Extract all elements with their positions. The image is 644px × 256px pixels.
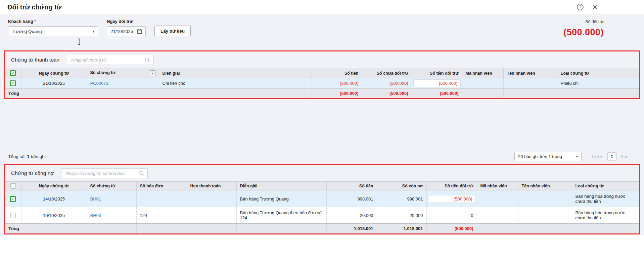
col-header-doc-no: Số chứng từ [87,182,136,191]
payment-search-input[interactable] [67,55,153,65]
cell-doc-date: 14/10/2025 [21,191,87,207]
col-header-employee-name: Tên nhân viên [503,68,557,78]
page-size-value: 20 bản ghi trên 1 trang [518,154,562,159]
col-header-doc-type: Loại chứng từ [572,182,639,191]
debt-search [61,168,148,178]
next-page-button[interactable]: Sau [620,154,629,159]
cell-employee-code [462,78,503,88]
col-header-employee-code: Mã nhân viên [477,182,518,191]
debt-section-head: Chứng từ công nợ [5,165,639,181]
debt-total-row: Tổng 1.018.001 1.018.001 (500.000) [5,224,639,234]
page-number-input[interactable] [607,152,616,161]
customer-field: Khách hàng * Trương Quang ▾ [8,19,98,36]
dialog-body: Khách hàng * Trương Quang ▾ Ngày đối trừ… [0,14,644,235]
filter-icon[interactable]: ▾ [150,70,155,76]
total-unallocated: (500.000) [362,88,412,99]
row-checkbox[interactable]: ✓ [10,196,16,202]
payment-section-head: Chứng từ thanh toán [5,51,639,68]
date-value-input[interactable] [110,29,135,34]
customer-select[interactable]: Trương Quang ▾ [8,26,98,36]
cell-description: Bán hàng Trương Quang [236,191,326,207]
chevron-down-icon: ▾ [93,30,94,33]
cell-description: Chi tiền cho [159,78,312,88]
text-cursor-icon [77,38,81,45]
offset-number-value: (500.000) [563,27,604,38]
offset-date-label: Ngày đối trừ [107,19,146,24]
doc-no-link[interactable]: BH03 [90,213,101,218]
cell-amount: (500.000) [312,78,362,88]
offset-summary: Số đối trừ (500.000) [563,20,604,38]
col-header-description: Diễn giải [159,68,312,78]
payment-documents-table: ✓ Ngày chứng từ ▾Số chứng từ Diễn giải S… [5,68,639,98]
payment-search [67,55,153,65]
cell-amount: 20.000 [326,207,377,224]
cell-doc-type: Bán hàng hóa trong nước chưa thu tiền [572,191,639,207]
record-count: Tổng số: 1 bản ghi [8,154,46,159]
required-mark: * [34,19,36,24]
select-all-checkbox[interactable]: ✓ [10,70,16,76]
get-data-button[interactable]: Lấy dữ liệu [154,26,191,36]
col-header-doc-no: ▾Số chứng từ [87,68,159,78]
debt-search-input[interactable] [61,168,148,178]
close-icon[interactable]: ✕ [592,4,598,10]
col-header-offset-amount: Số tiền đối trừ [426,182,477,191]
cell-offset-amount[interactable]: 0 [426,207,477,224]
payment-header-row: ✓ Ngày chứng từ ▾Số chứng từ Diễn giải S… [5,68,639,78]
filter-form: Khách hàng * Trương Quang ▾ Ngày đối trừ… [0,19,644,46]
cell-doc-type: Bán hàng hóa trong nước chưa thu tiền [572,207,639,224]
total-offset: (500.000) [412,88,462,99]
col-header-due-date: Hạn thanh toán [187,182,236,191]
cell-unallocated: (500.000) [362,78,412,88]
offset-date-input[interactable] [107,26,146,36]
offset-amount-input[interactable]: (500.000) [428,195,475,203]
cell-employee-name [518,191,572,207]
doc-no-link[interactable]: PC00073 [90,81,108,86]
cell-employee-code [477,191,518,207]
col-header-employee-code: Mã nhân viên [462,68,503,78]
header-actions: ? ✕ [577,4,598,10]
col-header-employee-name: Tên nhân viên [518,182,572,191]
cell-employee-name [503,78,557,88]
table-row: 16/10/2025 BH03 124 Bán hàng Trương Quan… [5,207,639,224]
debt-header-row: Ngày chứng từ Số chứng từ Số hóa đơn Hạn… [5,182,639,191]
pagination: 20 bản ghi trên 1 trang ▾ Trước Sau [514,152,629,161]
payment-total-row: Tổng (500.000) (500.000) (500.000) [5,88,639,99]
offset-number-label: Số đối trừ [563,20,604,24]
cell-doc-date: 21/10/2025 [21,78,87,88]
col-header-offset-amount: Số tiền đối trừ [412,68,462,78]
prev-page-button[interactable]: Trước [591,154,603,159]
calendar-icon[interactable] [137,29,142,34]
offset-documents-dialog: Đối trừ chứng từ ? ✕ Khách hàng * Trương… [0,0,644,256]
total-label: Tổng [5,88,87,99]
list-meta-bar: Tổng số: 1 bản ghi 20 bản ghi trên 1 tra… [8,152,629,161]
total-amount: (500.000) [312,88,362,99]
debt-documents-section: Chứng từ công nợ Ngày chứng từ Số chứng … [4,164,640,234]
cell-remaining-debt: 20.000 [377,207,426,224]
col-header-amount: Số tiền [326,182,377,191]
page-size-select[interactable]: 20 bản ghi trên 1 trang ▾ [514,152,582,161]
total-amount: 1.018.001 [326,224,377,234]
payment-section-title: Chứng từ thanh toán [11,57,59,63]
cell-invoice-no: 124 [136,207,187,224]
doc-no-link[interactable]: BH01 [90,196,101,202]
row-checkbox[interactable]: ✓ [10,80,16,86]
cell-remaining-debt: 998.001 [377,191,426,207]
cell-employee-code [477,207,518,224]
cell-invoice-no [136,191,187,207]
debt-documents-table: Ngày chứng từ Số chứng từ Số hóa đơn Hạn… [5,181,639,233]
cell-amount: 998.001 [326,191,377,207]
search-icon [139,171,145,176]
page-title: Đối trừ chứng từ [7,3,61,11]
col-header-amount: Số tiền [312,68,362,78]
cell-due-date [187,191,236,207]
cell-employee-name [518,207,572,224]
offset-amount-input[interactable]: (500.000) [413,79,461,87]
dialog-header: Đối trừ chứng từ ? ✕ [0,0,644,14]
row-checkbox[interactable] [10,213,16,218]
select-all-checkbox[interactable] [10,183,16,189]
col-header-unallocated: Số chưa đối trừ [362,68,412,78]
help-icon[interactable]: ? [577,4,584,10]
cell-due-date [187,207,236,224]
table-row: ✓ 21/10/2025 PC00073 Chi tiền cho (500.0… [5,78,639,88]
col-header-doc-date: Ngày chứng từ [21,68,87,78]
